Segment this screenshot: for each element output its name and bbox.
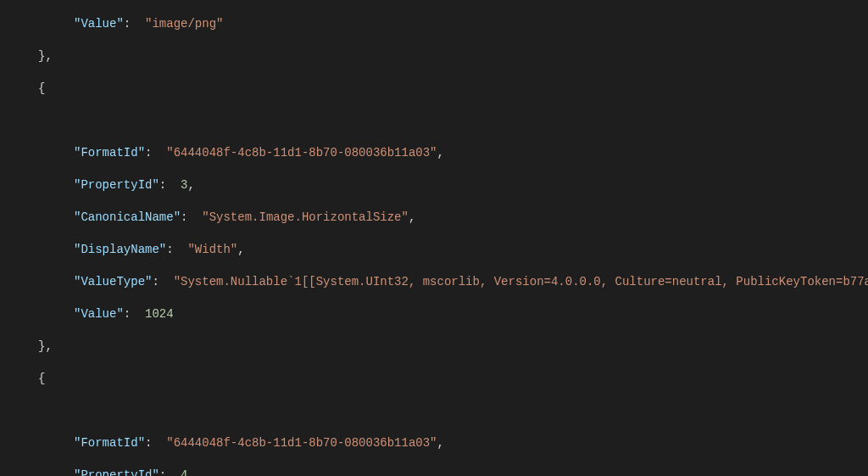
code-line: "CanonicalName": "System.Image.Horizonta… [3, 210, 868, 226]
code-line: "PropertyId": 3, [3, 177, 868, 193]
code-line: }, [3, 48, 868, 64]
code-editor[interactable]: "Value": "image/png" }, { "FormatId": "6… [0, 0, 868, 476]
code-line: "PropertyId": 4, [3, 468, 868, 476]
blank-line [3, 403, 868, 419]
blank-line [3, 113, 868, 129]
code-line: "FormatId": "6444048f-4c8b-11d1-8b70-080… [3, 435, 868, 451]
code-line: "ValueType": "System.Nullable`1[[System.… [3, 274, 868, 290]
code-line: }, [3, 339, 868, 355]
code-line: { [3, 371, 868, 387]
code-line: "FormatId": "6444048f-4c8b-11d1-8b70-080… [3, 145, 868, 161]
code-line: { [3, 81, 868, 97]
code-line: "Value": 1024 [3, 306, 868, 322]
code-line: "DisplayName": "Width", [3, 242, 868, 258]
code-line: "Value": "image/png" [3, 16, 868, 32]
